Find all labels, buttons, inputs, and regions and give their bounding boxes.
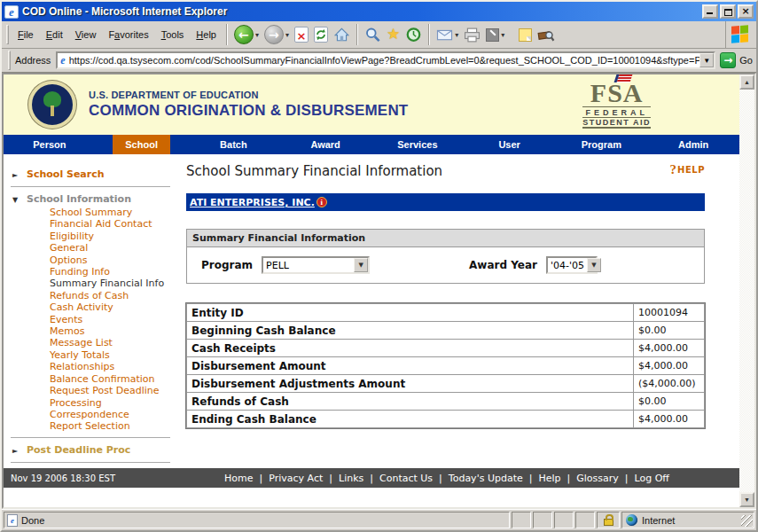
notes-icon <box>519 28 532 42</box>
nav-tab[interactable]: Person <box>4 135 96 154</box>
menu-item[interactable]: Help <box>190 26 223 43</box>
footer-separator: | <box>439 473 442 484</box>
menu-item[interactable]: View <box>69 26 103 43</box>
forward-button[interactable]: →▾ <box>262 23 292 46</box>
sidebar-link[interactable]: Events <box>50 314 179 325</box>
info-icon[interactable]: i <box>316 197 327 207</box>
go-label: Go <box>739 55 753 66</box>
back-dropdown-icon[interactable]: ▾ <box>255 31 259 39</box>
notes-button[interactable] <box>516 27 535 43</box>
nav-tab[interactable]: Batch <box>188 135 280 154</box>
stop-button[interactable]: × <box>292 25 311 44</box>
forward-dropdown-icon[interactable]: ▾ <box>285 31 289 39</box>
research-button[interactable] <box>535 25 558 44</box>
sidebar-link[interactable]: Memos <box>50 325 179 337</box>
browser-window: e COD Online - Microsoft Internet Explor… <box>0 0 758 532</box>
minimize-button[interactable] <box>702 4 718 19</box>
address-input[interactable]: e https://cod.qa.tsysecom.com/cod/School… <box>56 51 715 69</box>
sidebar-link[interactable]: Cash Activity <box>50 301 179 313</box>
row-value: $4,000.00 <box>634 357 705 375</box>
footer-link[interactable]: Log Off <box>635 473 669 484</box>
mail-dropdown-icon[interactable]: ▾ <box>455 31 458 39</box>
sidebar-link[interactable]: Eligibility <box>50 231 179 242</box>
nav-tab[interactable]: User <box>464 135 556 154</box>
print-button[interactable] <box>461 26 483 44</box>
footer-link[interactable]: Contact Us <box>379 473 433 484</box>
menu-item[interactable]: Edit <box>40 26 69 43</box>
address-url[interactable]: https://cod.qa.tsysecom.com/cod/SchoolSu… <box>69 55 700 66</box>
edit-button[interactable]: ▾ <box>483 27 507 43</box>
status-bar: e Done Internet <box>2 509 756 530</box>
sidebar-link[interactable]: Correspondence <box>50 409 179 420</box>
menu-item[interactable]: File <box>12 26 40 43</box>
nav-tab[interactable]: Award <box>279 135 371 154</box>
sidebar-link[interactable]: School Summary <box>50 207 179 218</box>
history-button[interactable] <box>402 25 425 44</box>
menu-item[interactable]: Favorites <box>102 26 154 43</box>
sidebar-item-school-search[interactable]: ► School Search <box>4 167 179 182</box>
footer-link[interactable]: Privacy Act <box>269 473 323 484</box>
research-icon <box>537 27 555 43</box>
refresh-button[interactable] <box>311 25 331 44</box>
footer-link[interactable]: Help <box>538 473 560 484</box>
title-bar[interactable]: e COD Online - Microsoft Internet Explor… <box>2 2 756 21</box>
sidebar-link[interactable]: Message List <box>50 337 179 348</box>
fsa-federal: FEDERAL <box>582 106 651 117</box>
sidebar-link[interactable]: General <box>50 242 179 254</box>
scroll-up-button[interactable]: ▲ <box>739 74 754 90</box>
sidebar-link[interactable]: Relationships <box>50 361 179 372</box>
row-label: Ending Cash Balance <box>187 411 634 428</box>
nav-tab[interactable]: Admin <box>647 135 739 154</box>
vertical-scrollbar[interactable]: ▲ ▼ <box>739 74 754 507</box>
address-dropdown-icon[interactable]: ▼ <box>699 53 714 67</box>
dropdown-arrow-icon[interactable]: ▼ <box>354 258 368 272</box>
nav-tab[interactable]: Program <box>556 135 648 154</box>
sidebar-link[interactable]: Options <box>50 254 179 266</box>
sidebar-link[interactable]: Refunds of Cash <box>50 290 179 301</box>
sidebar-item-post-deadline-proc[interactable]: ► Post Deadline Proc <box>4 442 179 458</box>
sidebar-link[interactable]: Balance Confirmation <box>50 373 179 385</box>
row-label: Cash Receipts <box>187 340 634 357</box>
footer-link[interactable]: Today's Update <box>449 473 523 484</box>
go-button[interactable]: → Go <box>720 52 753 68</box>
row-value: $0.00 <box>634 393 705 411</box>
favorites-button[interactable]: ★ <box>384 25 402 44</box>
back-button[interactable]: ←▾ <box>231 23 262 46</box>
sidebar-link[interactable]: Financial Aid Contact <box>50 218 179 230</box>
table-row: Refunds of Cash $0.00 <box>187 393 705 411</box>
school-name-link[interactable]: ATI ENTERPRISES, INC. <box>190 197 315 208</box>
menu-item[interactable]: Tools <box>155 26 191 43</box>
maximize-button[interactable] <box>720 4 736 19</box>
dropdown-arrow-icon[interactable]: ▼ <box>587 258 601 272</box>
search-button[interactable] <box>362 25 384 44</box>
favorites-star-icon: ★ <box>387 27 400 43</box>
graduation-cap-icon <box>613 74 632 82</box>
sidebar-group-label: School Information <box>27 193 131 205</box>
address-grip[interactable] <box>8 51 11 70</box>
toolbar-grip[interactable] <box>6 25 9 44</box>
home-button[interactable] <box>331 25 353 44</box>
sidebar-divider <box>11 462 170 463</box>
help-button[interactable]: ? HELP <box>670 163 705 176</box>
footer-link[interactable]: Glossary <box>576 473 619 484</box>
scroll-down-button[interactable]: ▼ <box>739 492 754 507</box>
sidebar-item-school-information[interactable]: ▼ School Information <box>4 192 179 207</box>
program-select[interactable]: PELL ▼ <box>262 256 370 274</box>
edit-dropdown-icon[interactable]: ▾ <box>501 31 504 39</box>
sidebar-link[interactable]: Summary Financial Info <box>50 278 179 289</box>
nav-tab[interactable]: Services <box>371 135 464 154</box>
award-year-select[interactable]: '04-'05 ▼ <box>546 256 598 274</box>
resize-grip[interactable] <box>741 515 753 527</box>
footer-link[interactable]: Home <box>224 473 253 484</box>
sidebar-link[interactable]: Request Post Deadline Processing <box>50 385 179 409</box>
sidebar-link[interactable]: Report Selection <box>50 420 179 432</box>
close-button[interactable]: × <box>738 4 754 19</box>
nav-tab[interactable]: School <box>96 135 188 154</box>
status-pane <box>575 512 595 528</box>
search-icon <box>364 27 381 43</box>
sidebar-link[interactable]: Yearly Totals <box>50 349 179 361</box>
footer-link[interactable]: Links <box>339 473 363 484</box>
table-row: Disbursement Adjustments Amount ($4,000.… <box>187 375 705 393</box>
sidebar-link[interactable]: Funding Info <box>50 266 179 278</box>
mail-button[interactable]: ▾ <box>434 26 461 43</box>
